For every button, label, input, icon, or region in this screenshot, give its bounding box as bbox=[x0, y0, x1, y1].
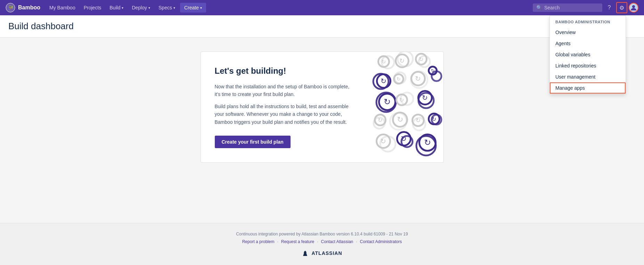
svg-point-9 bbox=[432, 71, 441, 81]
svg-point-8 bbox=[411, 71, 427, 88]
nav-specs[interactable]: Specs ▾ bbox=[155, 3, 179, 13]
svg-point-3 bbox=[382, 56, 394, 69]
nav-projects[interactable]: Projects bbox=[80, 3, 105, 13]
svg-point-11 bbox=[401, 93, 413, 105]
admin-user-management-item[interactable]: User management bbox=[550, 71, 626, 82]
bamboo-logo-icon: 🎋 bbox=[6, 3, 15, 13]
svg-text:🎋: 🎋 bbox=[8, 5, 14, 11]
footer-contact-admins-link[interactable]: Contact Administrators bbox=[360, 239, 402, 244]
nav-deploy[interactable]: Deploy ▾ bbox=[128, 3, 154, 13]
svg-point-12 bbox=[418, 93, 434, 108]
atlassian-logo-icon bbox=[302, 250, 309, 257]
footer: Continuous integration powered by Atlass… bbox=[0, 223, 644, 265]
footer-links: Report a problem · Request a feature · C… bbox=[8, 239, 636, 244]
admin-manage-apps-item[interactable]: Manage apps bbox=[550, 82, 626, 94]
settings-button[interactable]: ⚙ bbox=[616, 2, 627, 13]
navbar-right: 🔍 ? ⚙ bbox=[533, 2, 638, 13]
admin-agents-item[interactable]: Agents bbox=[550, 38, 626, 49]
admin-overview-item[interactable]: Overview bbox=[550, 27, 626, 38]
build-card: Let's get building! Now that the install… bbox=[201, 51, 444, 163]
page-header: Build dashboard bbox=[0, 15, 644, 38]
card-description-2: Build plans hold all the instructions to… bbox=[215, 103, 353, 126]
gear-icon: ⚙ bbox=[619, 5, 624, 11]
help-button[interactable]: ? bbox=[604, 2, 615, 13]
search-icon: 🔍 bbox=[536, 5, 542, 10]
svg-point-17 bbox=[380, 136, 396, 152]
brand-logo[interactable]: 🎋 Bamboo bbox=[6, 3, 40, 13]
nav-items: My Bamboo Projects Build ▾ Deploy ▾ Spec… bbox=[46, 3, 533, 13]
navbar: 🎋 Bamboo My Bamboo Projects Build ▾ Depl… bbox=[0, 0, 644, 15]
card-title: Let's get building! bbox=[215, 66, 353, 76]
footer-version-text: Continuous integration powered by Atlass… bbox=[8, 232, 636, 236]
footer-report-problem-link[interactable]: Report a problem bbox=[242, 239, 275, 244]
build-circles-svg bbox=[367, 52, 443, 163]
admin-global-variables-item[interactable]: Global variables bbox=[550, 49, 626, 60]
nav-build[interactable]: Build ▾ bbox=[106, 3, 127, 13]
svg-point-15 bbox=[413, 118, 425, 130]
svg-point-18 bbox=[401, 136, 413, 147]
deploy-chevron-icon: ▾ bbox=[148, 6, 150, 10]
svg-point-19 bbox=[416, 136, 436, 155]
nav-create[interactable]: Create ▾ bbox=[180, 3, 206, 13]
build-chevron-icon: ▾ bbox=[122, 6, 123, 10]
search-box[interactable]: 🔍 bbox=[533, 3, 602, 12]
admin-linked-repos-item[interactable]: Linked repositories bbox=[550, 60, 626, 71]
footer-request-feature-link[interactable]: Request a feature bbox=[281, 239, 314, 244]
footer-dot-1: · bbox=[277, 239, 278, 244]
card-content: Let's get building! Now that the install… bbox=[201, 52, 367, 162]
svg-point-16 bbox=[432, 115, 441, 125]
admin-dropdown: BAMBOO ADMINISTRATION Overview Agents Gl… bbox=[549, 15, 626, 94]
footer-contact-atlassian-link[interactable]: Contact Atlassian bbox=[321, 239, 353, 244]
svg-point-13 bbox=[374, 118, 385, 129]
svg-point-2 bbox=[632, 5, 635, 8]
user-avatar[interactable] bbox=[629, 3, 638, 13]
svg-point-5 bbox=[419, 56, 430, 67]
footer-dot-2: · bbox=[317, 239, 318, 244]
svg-point-14 bbox=[390, 113, 407, 130]
svg-point-10 bbox=[376, 93, 396, 112]
svg-point-4 bbox=[398, 52, 413, 66]
avatar-icon bbox=[630, 4, 637, 11]
circles-background: ↻ ↻ ↻ ↻ ↻ ↻ ↻ ↻ ↻ ↻ ↻ ↻ ↻ ↻ ↻ ↻ bbox=[367, 52, 443, 162]
nav-my-bamboo[interactable]: My Bamboo bbox=[46, 3, 79, 13]
create-chevron-icon: ▾ bbox=[200, 6, 202, 10]
help-icon: ? bbox=[608, 5, 611, 11]
main-content: Let's get building! Now that the install… bbox=[114, 38, 531, 177]
admin-dropdown-header: BAMBOO ADMINISTRATION bbox=[550, 16, 626, 27]
card-decoration: ↻ ↻ ↻ ↻ ↻ ↻ ↻ ↻ ↻ ↻ ↻ ↻ ↻ ↻ ↻ ↻ bbox=[367, 52, 443, 162]
footer-dot-3: · bbox=[356, 239, 357, 244]
atlassian-label: ATLASSIAN bbox=[311, 250, 342, 256]
specs-chevron-icon: ▾ bbox=[173, 6, 175, 10]
brand-name: Bamboo bbox=[18, 5, 40, 11]
atlassian-logo: ATLASSIAN bbox=[8, 250, 636, 257]
svg-point-7 bbox=[394, 72, 406, 83]
create-build-plan-button[interactable]: Create your first build plan bbox=[215, 136, 291, 148]
card-description-1: Now that the installation and the setup … bbox=[215, 83, 353, 98]
search-input[interactable] bbox=[544, 5, 599, 10]
page-title: Build dashboard bbox=[8, 21, 636, 32]
